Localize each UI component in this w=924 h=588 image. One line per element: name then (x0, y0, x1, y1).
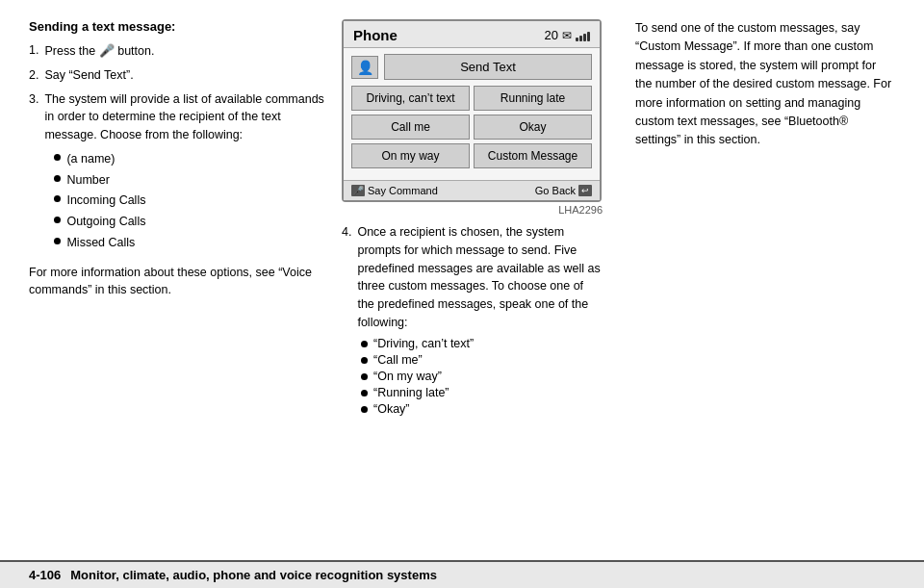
step-3: 3. The system will provide a list of ava… (29, 90, 327, 258)
bullet-dot (54, 154, 61, 161)
contact-icon: 👤 (351, 56, 378, 79)
bullet-dot (361, 406, 368, 413)
left-column: Sending a text message: 1. Press the 🎤 b… (29, 19, 327, 550)
person-icon: 👤 (357, 60, 373, 75)
bullet-dot (54, 195, 61, 202)
phone-footer: 🎤 Say Command Go Back ↩ (344, 180, 600, 200)
bullet-a-name: (a name) (54, 150, 327, 168)
section-title: Sending a text message: (29, 19, 327, 34)
center-column: Phone 20 ✉ (337, 19, 606, 550)
signal-bar-1 (576, 38, 578, 41)
go-back-label: Go Back (535, 185, 576, 196)
opt-okay: “Okay” (361, 402, 602, 416)
bullet-dot (361, 390, 368, 396)
bullet-number: Number (54, 171, 327, 190)
bottom-bar: 4-106 Monitor, climate, audio, phone and… (0, 560, 924, 588)
step-4-num: 4. (342, 223, 351, 332)
signal-bar-2 (579, 36, 582, 41)
say-command-icon: 🎤 (351, 185, 365, 196)
step-3-num: 3. (29, 90, 38, 258)
bullet-incoming-calls: Incoming Calls (54, 192, 327, 210)
page-number: 4-106 (29, 568, 61, 582)
step-2: 2. Say “Send Text”. (29, 66, 327, 85)
bullet-dot (361, 357, 368, 364)
bullet-dot (54, 175, 61, 182)
step-1-num: 1. (29, 41, 38, 61)
message-grid: Driving, can’t text Running late Call me… (351, 86, 592, 168)
phone-mockup: Phone 20 ✉ (342, 19, 602, 202)
signal-bars (576, 30, 590, 41)
signal-bar-4 (587, 32, 590, 41)
bottom-bar-text: Monitor, climate, audio, phone and voice… (70, 568, 437, 582)
say-command-button[interactable]: 🎤 Say Command (351, 185, 438, 196)
bullet-dot (361, 373, 368, 380)
envelope-icon: ✉ (562, 29, 572, 42)
phone-msg-count: 20 (545, 28, 558, 42)
step-1: 1. Press the 🎤 button. (29, 41, 327, 61)
page-container: Sending a text message: 1. Press the 🎤 b… (0, 0, 924, 588)
bullet-dot (54, 238, 61, 244)
opt-callme: “Call me” (361, 353, 602, 367)
msg-running-late[interactable]: Running late (474, 86, 592, 111)
step-2-content: Say “Send Text”. (44, 66, 327, 85)
main-content: Sending a text message: 1. Press the 🎤 b… (0, 0, 924, 560)
phone-body: 👤 Send Text Driving, can’t text Running … (344, 48, 600, 180)
step-1-content: Press the 🎤 button. (44, 41, 327, 61)
step4-container: 4. Once a recipient is chosen, the syste… (342, 223, 602, 422)
send-text-button[interactable]: Send Text (384, 54, 592, 80)
bullet-outgoing-calls: Outgoing Calls (54, 213, 327, 231)
bullet-list: (a name) Number Incoming Calls Outgoing … (54, 150, 327, 252)
msg-okay[interactable]: Okay (474, 115, 592, 140)
step-4-content: Once a recipient is chosen, the system p… (357, 223, 602, 332)
step-list: 1. Press the 🎤 button. 2. Say “Send Text… (29, 41, 327, 258)
opt-running-late: “Running late” (361, 386, 602, 399)
right-column: To send one of the custom messages, say … (616, 19, 895, 550)
phone-status: 20 ✉ (545, 28, 590, 42)
msg-call-me[interactable]: Call me (351, 115, 470, 140)
step4-options: “Driving, can’t text” “Call me” “On my w… (361, 337, 602, 416)
phone-title: Phone (353, 27, 398, 43)
bullet-missed-calls: Missed Calls (54, 234, 327, 252)
lha-label: LHA2296 (346, 202, 606, 219)
step-2-num: 2. (29, 66, 38, 85)
msg-on-my-way[interactable]: On my way (351, 143, 470, 168)
bullet-dot (361, 341, 368, 347)
opt-driving: “Driving, can’t text” (361, 337, 602, 350)
msg-driving-cant-text[interactable]: Driving, can’t text (351, 86, 470, 111)
note-text: For more information about these options… (29, 264, 327, 300)
bullet-dot (54, 217, 61, 223)
step-4: 4. Once a recipient is chosen, the syste… (342, 223, 602, 332)
phone-header: Phone 20 ✉ (344, 21, 600, 48)
go-back-button[interactable]: Go Back ↩ (535, 185, 592, 196)
step-3-content: The system will provide a list of availa… (44, 90, 327, 258)
signal-bar-3 (583, 34, 586, 41)
voice-icon: 🎤 (99, 43, 115, 58)
opt-onmyway: “On my way” (361, 370, 602, 383)
msg-custom-message[interactable]: Custom Message (474, 143, 592, 168)
say-command-label: Say Command (368, 185, 438, 196)
go-back-icon: ↩ (578, 185, 592, 196)
right-column-text: To send one of the custom messages, say … (635, 19, 895, 150)
